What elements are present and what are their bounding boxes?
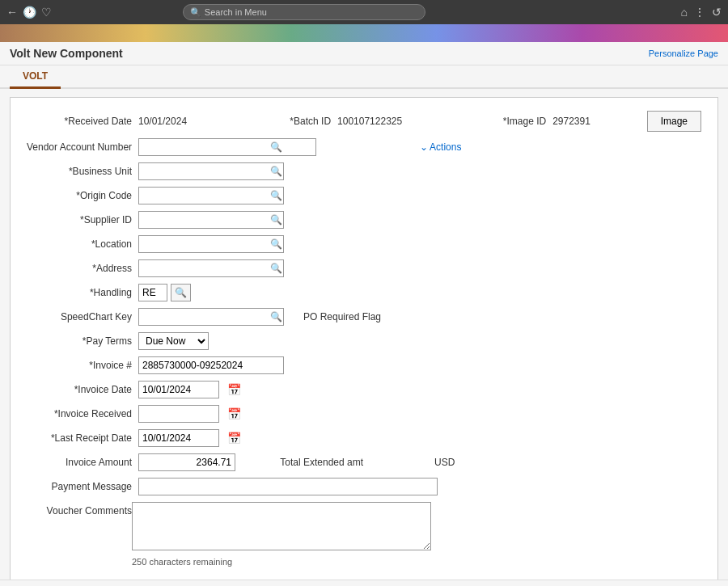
speedchart-search-btn[interactable]: 🔍 (267, 311, 286, 323)
voucher-comments-label: Voucher Comments (27, 502, 132, 516)
origin-code-search-btn[interactable]: 🔍 (267, 190, 286, 201)
invoice-amount-input[interactable] (138, 453, 235, 471)
last-receipt-input[interactable] (138, 429, 219, 447)
home-icon[interactable]: ⌂ (681, 6, 688, 19)
pay-terms-label: *Pay Terms (27, 335, 132, 347)
search-icon: 🔍 (190, 7, 201, 18)
back-icon[interactable]: ← (6, 6, 18, 19)
actions-link[interactable]: ⌄ Actions (420, 141, 461, 153)
banner (0, 24, 728, 42)
payment-msg-input[interactable] (138, 478, 438, 495)
search-placeholder: Search in Menu (205, 7, 267, 17)
nav-icons: ← 🕐 ♡ (6, 6, 52, 19)
row-payment-msg: Payment Message (27, 478, 701, 495)
row-invoice-date: *Invoice Date 📅 (27, 381, 701, 398)
speedchart-input[interactable] (139, 309, 267, 325)
invoice-date-calendar-btn[interactable]: 📅 (226, 383, 243, 396)
row-supplier-id: *Supplier ID 🔍 (27, 211, 701, 229)
origin-code-label: *Origin Code (27, 190, 132, 201)
vendor-account-input[interactable] (139, 139, 267, 155)
row-handling: *Handling 🔍 (27, 284, 701, 301)
row-address: *Address 🔍 (27, 259, 701, 277)
main-content: *Received Date 10/01/2024 *Batch ID 1001… (0, 89, 728, 580)
received-date-label: *Received Date (27, 116, 132, 127)
row-invoice-amount: Invoice Amount Total Extended amt USD (27, 453, 701, 471)
batch-id-value: 100107122325 (337, 116, 402, 127)
batch-id-label: *Batch ID (226, 116, 331, 127)
tab-volt[interactable]: VOLT (10, 65, 61, 89)
total-extended-label: Total Extended amt (258, 457, 363, 468)
image-id-value: 2972391 (552, 116, 590, 127)
invoice-received-calendar-btn[interactable]: 📅 (226, 407, 243, 420)
supplier-id-input[interactable] (139, 212, 267, 228)
browser-bar: ← 🕐 ♡ 🔍 Search in Menu ⌂ ⋮ ↺ (0, 0, 728, 24)
row-location: *Location 🔍 (27, 235, 701, 253)
browser-search[interactable]: 🔍 Search in Menu (183, 4, 425, 20)
invoice-date-label: *Invoice Date (27, 384, 132, 395)
actions-dropdown[interactable]: ⌄ Actions (420, 141, 461, 153)
refresh-icon[interactable]: ↺ (712, 6, 722, 19)
handling-input[interactable] (138, 284, 167, 301)
po-required-label: PO Required Flag (303, 311, 381, 323)
speedchart-label: SpeedChart Key (27, 311, 132, 323)
business-unit-input[interactable] (139, 163, 267, 179)
payment-msg-label: Payment Message (27, 481, 132, 492)
history-icon[interactable]: 🕐 (23, 6, 36, 19)
supplier-id-input-wrapper[interactable]: 🔍 (138, 211, 284, 229)
invoice-received-input[interactable] (138, 405, 219, 423)
tab-bar: VOLT (0, 65, 728, 89)
row-pay-terms: *Pay Terms Due Now Net 30 Net 60 Immedia… (27, 332, 701, 350)
row-voucher-comments: Voucher Comments (27, 502, 701, 550)
handling-wrapper: 🔍 (138, 284, 191, 301)
location-search-btn[interactable]: 🔍 (267, 238, 286, 250)
speedchart-input-wrapper[interactable]: 🔍 (138, 308, 284, 326)
business-unit-label: *Business Unit (27, 166, 132, 177)
personalize-link[interactable]: Personalize Page (649, 48, 718, 58)
location-input-wrapper[interactable]: 🔍 (138, 235, 284, 253)
vendor-account-search-btn[interactable]: 🔍 (267, 141, 286, 153)
currency-value: USD (434, 457, 455, 468)
row-last-receipt: *Last Receipt Date 📅 (27, 429, 701, 447)
image-button[interactable]: Image (647, 111, 701, 132)
row-invoice-received: *Invoice Received 📅 (27, 405, 701, 423)
row-received-date: *Received Date 10/01/2024 *Batch ID 1001… (27, 111, 701, 132)
address-search-btn[interactable]: 🔍 (267, 263, 286, 274)
bookmark-icon[interactable]: ♡ (41, 6, 52, 19)
received-date-value: 10/01/2024 (138, 116, 187, 127)
address-input-wrapper[interactable]: 🔍 (138, 259, 284, 277)
invoice-num-input[interactable] (138, 356, 284, 374)
last-receipt-label: *Last Receipt Date (27, 432, 132, 444)
business-unit-search-btn[interactable]: 🔍 (267, 166, 286, 177)
menu-icon[interactable]: ⋮ (694, 6, 705, 19)
action-bar: Save Cancel Create Manual Reassign Rejec… (0, 580, 728, 586)
row-business-unit: *Business Unit 🔍 (27, 162, 701, 180)
chars-remaining: 250 characters remaining (132, 557, 701, 567)
row-origin-code: *Origin Code 🔍 (27, 187, 701, 204)
row-invoice-num: *Invoice # (27, 356, 701, 374)
business-unit-input-wrapper[interactable]: 🔍 (138, 162, 284, 180)
vendor-account-input-wrapper[interactable]: 🔍 (138, 138, 316, 156)
supplier-id-label: *Supplier ID (27, 214, 132, 226)
invoice-date-input[interactable] (138, 381, 219, 398)
invoice-num-label: *Invoice # (27, 360, 132, 371)
image-id-label: *Image ID (441, 116, 546, 127)
handling-search-btn[interactable]: 🔍 (171, 284, 191, 301)
form-card: *Received Date 10/01/2024 *Batch ID 1001… (10, 97, 718, 580)
origin-code-input[interactable] (139, 188, 267, 204)
actions-label: Actions (430, 141, 461, 153)
vendor-account-label: Vendor Account Number (27, 141, 132, 153)
supplier-id-search-btn[interactable]: 🔍 (267, 214, 286, 226)
address-input[interactable] (139, 260, 267, 276)
row-speedchart: SpeedChart Key 🔍 PO Required Flag (27, 308, 701, 326)
browser-right: ⌂ ⋮ ↺ (681, 6, 722, 19)
address-label: *Address (27, 263, 132, 274)
app-title: Volt New Component (10, 47, 123, 60)
row-vendor-account: Vendor Account Number 🔍 ⌄ Actions (27, 138, 701, 156)
voucher-comments-input[interactable] (132, 502, 431, 550)
chevron-down-icon: ⌄ (420, 141, 428, 153)
origin-code-input-wrapper[interactable]: 🔍 (138, 187, 284, 204)
app-header: Volt New Component Personalize Page (0, 42, 728, 65)
pay-terms-select[interactable]: Due Now Net 30 Net 60 Immediate (138, 332, 209, 350)
last-receipt-calendar-btn[interactable]: 📅 (226, 432, 243, 445)
location-input[interactable] (139, 236, 267, 252)
